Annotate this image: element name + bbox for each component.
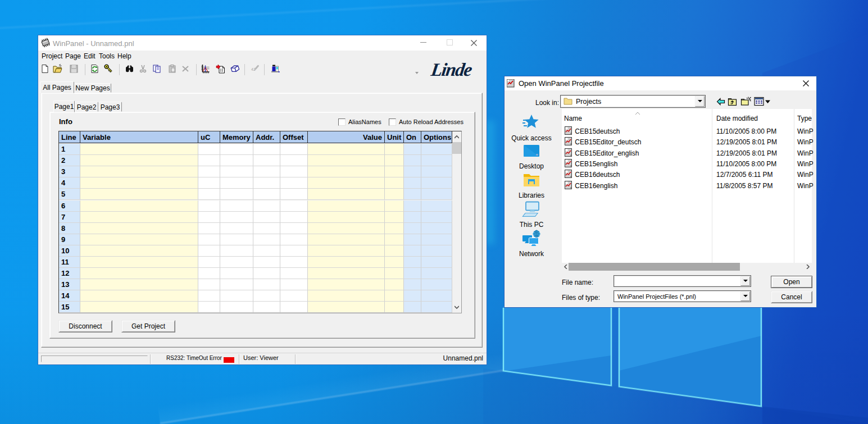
svg-text:42: 42 xyxy=(251,67,256,71)
svg-text:Linde: Linde xyxy=(429,60,473,78)
